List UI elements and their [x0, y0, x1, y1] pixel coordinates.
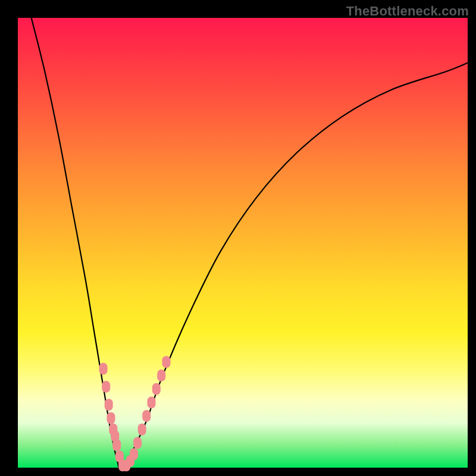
marker-right-cluster: [157, 369, 165, 381]
marker-right-cluster: [133, 437, 142, 449]
marker-left-cluster: [102, 381, 110, 393]
marker-right-cluster: [138, 424, 146, 436]
marker-right-cluster: [152, 383, 161, 395]
data-markers: [99, 356, 171, 471]
watermark-text: TheBottleneck.com: [346, 4, 469, 19]
marker-right-cluster: [148, 396, 156, 408]
marker-left-cluster: [112, 439, 121, 451]
bottleneck-curve: [32, 18, 468, 469]
marker-right-cluster: [142, 410, 151, 422]
marker-left-cluster: [105, 399, 113, 411]
marker-left-cluster: [107, 412, 115, 424]
marker-right-cluster: [162, 356, 171, 368]
marker-bottom: [130, 448, 138, 460]
chart-svg: [18, 18, 468, 468]
frame: TheBottleneck.com: [0, 0, 476, 476]
marker-left-cluster: [99, 363, 108, 375]
